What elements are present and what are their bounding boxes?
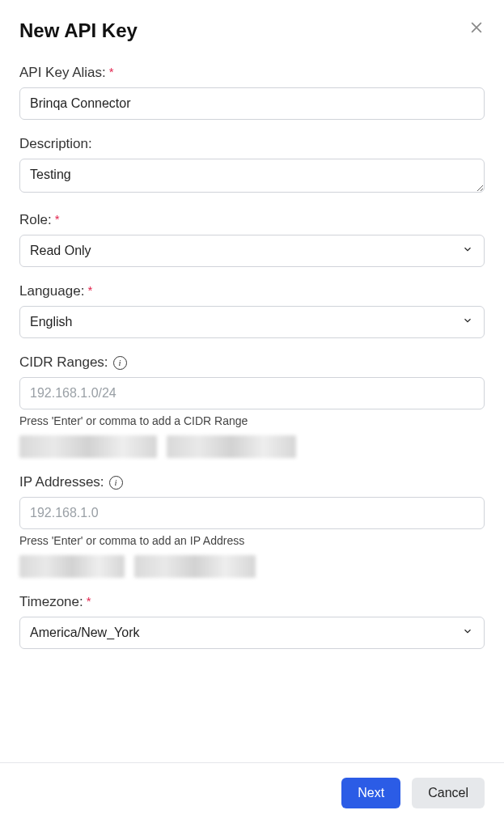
description-input[interactable]: Testing	[19, 159, 485, 193]
info-icon[interactable]: i	[113, 356, 127, 370]
info-icon[interactable]: i	[109, 476, 123, 490]
timezone-select[interactable]: America/New_York	[19, 617, 485, 649]
close-button[interactable]	[468, 19, 485, 36]
required-indicator: *	[87, 284, 92, 296]
description-label: Description:	[19, 136, 92, 152]
ip-input[interactable]	[19, 497, 485, 529]
cidr-chip[interactable]	[19, 435, 157, 458]
ip-chip[interactable]	[19, 555, 125, 578]
cidr-hint: Press 'Enter' or comma to add a CIDR Ran…	[19, 414, 485, 427]
cidr-input[interactable]	[19, 377, 485, 409]
modal-footer: Next Cancel	[0, 762, 504, 823]
cidr-chips	[19, 435, 485, 458]
required-indicator: *	[55, 213, 60, 225]
cidr-chip[interactable]	[167, 435, 296, 458]
required-indicator: *	[109, 66, 114, 78]
next-button[interactable]: Next	[341, 778, 400, 808]
ip-label: IP Addresses:	[19, 474, 104, 490]
role-label: Role:	[19, 212, 52, 228]
required-indicator: *	[87, 595, 91, 607]
alias-input[interactable]	[19, 87, 485, 120]
ip-chips	[19, 555, 485, 578]
role-select[interactable]: Read Only	[19, 235, 485, 267]
close-icon	[468, 26, 485, 38]
alias-label: API Key Alias:	[19, 65, 106, 81]
modal-title: New API Key	[19, 19, 138, 42]
language-select[interactable]: English	[19, 306, 485, 338]
cancel-button[interactable]: Cancel	[412, 778, 485, 808]
cidr-label: CIDR Ranges:	[19, 354, 108, 371]
timezone-label: Timezone:	[19, 594, 83, 610]
ip-chip[interactable]	[134, 555, 256, 578]
ip-hint: Press 'Enter' or comma to add an IP Addr…	[19, 534, 485, 547]
language-label: Language:	[19, 283, 84, 299]
